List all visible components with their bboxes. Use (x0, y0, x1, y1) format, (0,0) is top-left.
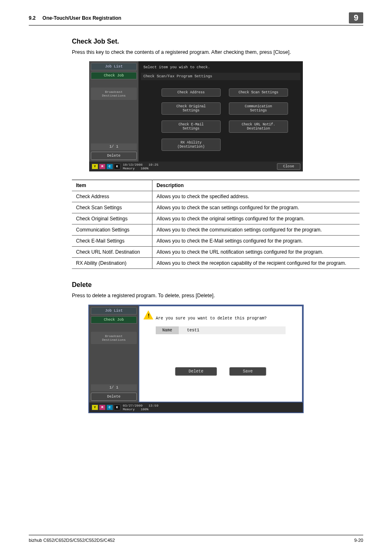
toner-k-icon: K (114, 164, 120, 169)
table-row: Communication SettingsAllows you to chec… (72, 224, 360, 236)
check-url-notif-button[interactable]: Check URL Notif. Destination (229, 120, 288, 133)
footer-date: 10/13/2008 (123, 163, 143, 166)
screenshot2-footer: Y M C K 03/27/2009 13:59 Memory 100% (89, 402, 303, 412)
item-cell: Check URL Notif. Destination (72, 247, 152, 258)
table-row: RX Ability (Destination)Allows you to ch… (72, 258, 360, 269)
footer-date: 03/27/2009 (123, 404, 143, 407)
dialog-save-button[interactable]: Save (229, 367, 266, 376)
toner-m-icon: M (99, 405, 106, 410)
check-email-settings-button[interactable]: Check E-Mail Settings (161, 120, 221, 133)
desc-cell: Allows you to check the original setting… (152, 213, 360, 224)
warning-icon (143, 310, 153, 319)
dialog-message: Are you sure you want to delete this pro… (156, 316, 267, 321)
footer-memory-label: Memory (123, 166, 135, 170)
toner-y-icon: Y (92, 405, 98, 410)
item-cell: Check Address (72, 191, 152, 202)
pager: 1/ 1 (91, 384, 137, 391)
tab-check-job[interactable]: Check Job (91, 72, 137, 79)
item-cell: Check Scan Settings (72, 202, 152, 213)
chapter-number: 9 (349, 12, 363, 23)
name-label: Name (156, 326, 179, 334)
communication-settings-button[interactable]: Communication Settings (229, 102, 288, 115)
footer-info: 03/27/2009 13:59 Memory 100% (123, 404, 158, 411)
footer-time: 13:59 (148, 404, 158, 407)
desc-cell: Allows you to check the reception capabi… (152, 258, 360, 269)
screenshot-delete: Job List Check Job Broadcast Destination… (88, 305, 304, 413)
toner-indicators: Y M C K (92, 164, 120, 169)
check-address-button[interactable]: Check Address (161, 88, 221, 97)
table-row: Check Original SettingsAllows you to che… (72, 213, 360, 224)
section-header: 9.2 One-Touch/User Box Registration (29, 15, 121, 21)
section-number: 9.2 (29, 15, 36, 21)
table-row: Check URL Notif. DestinationAllows you t… (72, 247, 360, 258)
check-job-set-title: Check Job Set. (72, 38, 363, 45)
toner-c-icon: C (106, 164, 113, 169)
table-row: Check E-Mail SettingsAllows you to check… (72, 236, 360, 247)
tab-job-list[interactable]: Job List (91, 63, 137, 70)
name-value: test1 (179, 326, 208, 334)
item-cell: Check E-Mail Settings (72, 236, 152, 247)
table-row: Check Scan SettingsAllows you to check t… (72, 202, 360, 213)
sidebar-delete-button[interactable]: Delete (91, 152, 137, 160)
delete-confirm-dialog: Are you sure you want to delete this pro… (138, 305, 303, 402)
tab-job-list[interactable]: Job List (91, 307, 137, 314)
rx-ability-button[interactable]: RX Ability (Destination) (161, 139, 221, 151)
instruction-text: Select item you wish to check. (141, 64, 300, 71)
page-footer: bizhub C652/C652DS/C552/C552DS/C452 9-20 (29, 535, 363, 543)
panel-title: Check Scan/Fax Program Settings (141, 73, 300, 80)
tab-check-job[interactable]: Check Job (91, 316, 137, 324)
toner-c-icon: C (106, 405, 113, 410)
item-cell: Check Original Settings (72, 213, 152, 224)
footer-memory-pct: 100% (141, 166, 148, 170)
desc-cell: Allows you to check the scan settings co… (152, 202, 360, 213)
footer-info: 10/13/2008 19:25 Memory 100% (123, 163, 158, 170)
check-scan-settings-button[interactable]: Check Scan Settings (229, 88, 288, 97)
screenshot-footer: Y M C K 10/13/2008 19:25 Memory 100% Clo… (89, 162, 303, 171)
close-button[interactable]: Close (277, 163, 300, 170)
table-row: Check AddressAllows you to check the spe… (72, 191, 360, 202)
check-original-settings-button[interactable]: Check Original Settings (161, 102, 221, 115)
delete-text: Press to delete a registered program. To… (72, 293, 363, 298)
sidebar-broadcast-dest[interactable]: Broadcast Destinations (91, 332, 137, 344)
sidebar-broadcast-dest[interactable]: Broadcast Destinations (91, 88, 137, 100)
item-cell: RX Ability (Destination) (72, 258, 152, 269)
dialog-name-row: Name test1 (156, 326, 286, 334)
sidebar-delete-button[interactable]: Delete (91, 393, 137, 401)
screenshot-sidebar: Job List Check Job Broadcast Destination… (89, 61, 138, 162)
section-name: One-Touch/User Box Registration (42, 15, 121, 21)
page-header: 9.2 One-Touch/User Box Registration 9 (29, 12, 363, 25)
desc-cell: Allows you to check the communication se… (152, 224, 360, 236)
toner-indicators: Y M C K (92, 405, 120, 410)
toner-y-icon: Y (92, 164, 98, 169)
toner-m-icon: M (99, 164, 106, 169)
desc-cell: Allows you to check the URL notification… (152, 247, 360, 258)
footer-time: 19:25 (148, 163, 158, 166)
desc-cell: Allows you to check the E-Mail settings … (152, 236, 360, 247)
item-cell: Communication Settings (72, 224, 152, 236)
pager: 1/ 1 (91, 143, 137, 150)
description-table: Item Description Check AddressAllows you… (72, 180, 360, 269)
screenshot-check-job-set: Job List Check Job Broadcast Destination… (89, 61, 303, 171)
footer-memory-label: Memory (123, 407, 135, 411)
footer-model: bizhub C652/C652DS/C552/C552DS/C452 (29, 538, 115, 543)
delete-title: Delete (72, 281, 363, 289)
desc-cell: Allows you to check the specified addres… (152, 191, 360, 202)
toner-k-icon: K (114, 405, 120, 410)
dialog-delete-button[interactable]: Delete (175, 367, 217, 376)
check-job-set-text: Press this key to check the contents of … (72, 49, 363, 55)
footer-page-number: 9-20 (354, 538, 363, 543)
screenshot-main: Select item you wish to check. Check Sca… (138, 61, 303, 162)
chapter-indicator: 9 (345, 12, 363, 23)
th-item: Item (72, 180, 152, 191)
screenshot2-sidebar: Job List Check Job Broadcast Destination… (89, 305, 138, 402)
th-description: Description (152, 180, 360, 191)
button-grid: Check Address Check Scan Settings Check … (141, 84, 300, 159)
footer-memory-pct: 100% (141, 407, 148, 411)
